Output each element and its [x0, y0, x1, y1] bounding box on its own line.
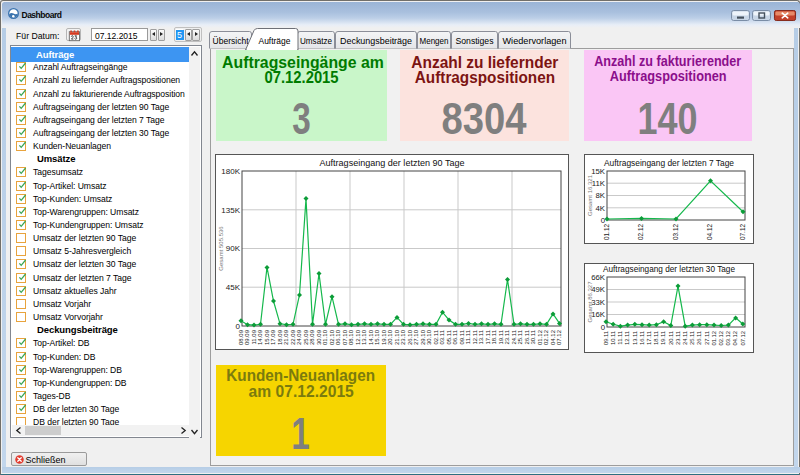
svg-text:18.09: 18.09: [277, 329, 283, 345]
svg-text:Auftragseingang der letzten 7: Auftragseingang der letzten 7 Tage: [604, 158, 734, 168]
svg-text:04.12: 04.12: [706, 224, 713, 240]
svg-text:15K: 15K: [591, 167, 606, 176]
svg-text:13.10: 13.10: [361, 329, 367, 345]
svg-text:17.11: 17.11: [485, 329, 491, 344]
svg-text:4K: 4K: [595, 204, 605, 213]
svg-text:11K: 11K: [592, 179, 606, 188]
svg-text:11.11: 11.11: [617, 331, 623, 345]
svg-text:24.09: 24.09: [296, 329, 302, 345]
svg-text:11.11: 11.11: [465, 329, 471, 344]
svg-text:19.11: 19.11: [498, 329, 504, 344]
svg-text:0: 0: [601, 323, 606, 332]
svg-text:66K: 66K: [591, 273, 606, 282]
svg-text:03.12: 03.12: [725, 331, 731, 346]
svg-text:05.11: 05.11: [446, 329, 452, 344]
svg-text:02.10: 02.10: [329, 329, 335, 345]
svg-text:13.11: 13.11: [478, 329, 484, 344]
svg-text:03.11: 03.11: [439, 329, 445, 344]
svg-text:20.11: 20.11: [668, 331, 674, 345]
svg-text:180K: 180K: [221, 167, 240, 176]
svg-text:07.10: 07.10: [342, 329, 348, 345]
svg-text:Auftragseingang der letzten 90: Auftragseingang der letzten 90 Tage: [320, 158, 465, 168]
svg-text:23.10: 23.10: [400, 329, 406, 345]
svg-text:12.11: 12.11: [472, 329, 478, 344]
svg-text:25.11: 25.11: [689, 331, 695, 345]
svg-text:Übersicht: Übersicht: [213, 35, 249, 46]
svg-text:8K: 8K: [595, 191, 605, 200]
svg-text:01.12: 01.12: [711, 331, 717, 346]
svg-text:90K: 90K: [226, 244, 241, 253]
svg-text:24.11: 24.11: [682, 331, 688, 345]
svg-text:12.11: 12.11: [624, 331, 630, 345]
svg-text:30.10: 30.10: [426, 329, 432, 345]
svg-text:06.10: 06.10: [335, 329, 341, 345]
svg-text:07.12: 07.12: [740, 331, 746, 346]
svg-text:18.11: 18.11: [491, 329, 497, 344]
svg-text:22.09: 22.09: [290, 329, 296, 345]
svg-text:12.10: 12.10: [355, 329, 361, 345]
svg-text:06.11: 06.11: [452, 329, 458, 344]
svg-text:25.09: 25.09: [303, 329, 309, 345]
svg-text:Auftragseingang der letzten 30: Auftragseingang der letzten 30 Tage: [603, 264, 735, 274]
svg-text:49K: 49K: [591, 285, 606, 294]
svg-text:17.09: 17.09: [270, 329, 276, 345]
svg-text:30.09: 30.09: [316, 329, 322, 345]
svg-text:01.12: 01.12: [537, 329, 543, 345]
svg-text:01.10: 01.10: [322, 329, 328, 345]
svg-text:09.11: 09.11: [603, 331, 609, 345]
svg-text:0: 0: [236, 322, 241, 331]
svg-text:02.12: 02.12: [543, 329, 549, 345]
svg-text:13.11: 13.11: [632, 331, 638, 345]
svg-text:19.10: 19.10: [381, 329, 387, 345]
svg-text:08.09: 08.09: [238, 329, 244, 345]
svg-text:09.11: 09.11: [459, 329, 465, 344]
svg-text:19.11: 19.11: [660, 331, 666, 345]
svg-text:Aufträge: Aufträge: [259, 35, 291, 46]
svg-text:03.12: 03.12: [672, 224, 679, 240]
svg-text:Gesamt 505.536: Gesamt 505.536: [218, 226, 224, 271]
svg-text:09.09: 09.09: [244, 329, 250, 345]
svg-text:Mengen: Mengen: [420, 35, 449, 46]
svg-text:08.10: 08.10: [348, 329, 354, 345]
svg-text:Wiedervorlagen: Wiedervorlagen: [503, 35, 567, 46]
svg-text:33K: 33K: [591, 298, 606, 307]
svg-text:01.12: 01.12: [603, 224, 610, 240]
svg-text:17.11: 17.11: [646, 331, 652, 345]
svg-text:18.11: 18.11: [653, 331, 659, 345]
svg-text:16.11: 16.11: [639, 331, 645, 345]
svg-text:28.09: 28.09: [309, 329, 315, 345]
svg-text:25.11: 25.11: [517, 329, 523, 344]
svg-text:02.11: 02.11: [433, 329, 439, 344]
svg-text:Deckungsbeiträge: Deckungsbeiträge: [340, 35, 412, 46]
svg-text:02.12: 02.12: [637, 224, 644, 240]
svg-text:15.09: 15.09: [264, 329, 270, 345]
svg-text:135K: 135K: [221, 206, 240, 215]
svg-text:23.11: 23.11: [675, 331, 681, 345]
svg-text:0: 0: [601, 216, 606, 225]
svg-text:26.11: 26.11: [524, 329, 530, 344]
svg-text:27.11: 27.11: [704, 331, 710, 345]
svg-text:14.10: 14.10: [368, 329, 374, 345]
svg-text:14.09: 14.09: [257, 329, 263, 345]
svg-text:45K: 45K: [226, 283, 241, 292]
svg-text:15.10: 15.10: [374, 329, 380, 345]
svg-text:11.09: 11.09: [251, 329, 257, 344]
svg-text:21.10: 21.10: [394, 329, 400, 345]
svg-text:27.10: 27.10: [413, 329, 419, 345]
svg-text:26.11: 26.11: [696, 331, 702, 345]
svg-text:Sonstiges: Sonstiges: [456, 35, 494, 46]
svg-text:20.10: 20.10: [387, 329, 393, 345]
svg-text:23.11: 23.11: [504, 329, 510, 344]
svg-text:Gesamt 86.327: Gesamt 86.327: [587, 281, 593, 323]
svg-text:02.12: 02.12: [718, 331, 724, 346]
svg-text:21.09: 21.09: [283, 329, 289, 345]
svg-text:29.10: 29.10: [420, 329, 426, 345]
svg-text:Umsätze: Umsätze: [300, 35, 332, 46]
svg-text:30.11: 30.11: [530, 329, 536, 344]
svg-text:07.12: 07.12: [739, 224, 746, 240]
svg-text:26.10: 26.10: [407, 329, 413, 345]
svg-text:24.11: 24.11: [511, 329, 517, 344]
svg-text:10.11: 10.11: [610, 331, 616, 345]
svg-text:04.12: 04.12: [732, 331, 738, 346]
svg-text:Gesamt 16.321: Gesamt 16.321: [587, 174, 593, 216]
